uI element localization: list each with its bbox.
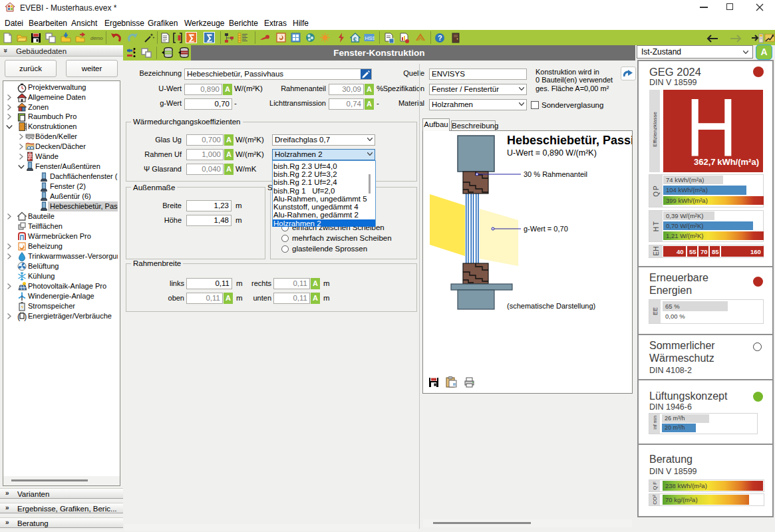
svg-text:30 % Rahmenanteil: 30 % Rahmenanteil bbox=[524, 170, 587, 178]
svg-text:?: ? bbox=[438, 34, 442, 42]
svg-text:): ) bbox=[24, 311, 27, 321]
svg-text:(schematische Darstellung): (schematische Darstellung) bbox=[507, 302, 595, 310]
svg-text:€: € bbox=[353, 36, 357, 43]
svg-text:g-Wert = 0,70: g-Wert = 0,70 bbox=[524, 225, 568, 233]
svg-text:HSS: HSS bbox=[365, 35, 375, 41]
